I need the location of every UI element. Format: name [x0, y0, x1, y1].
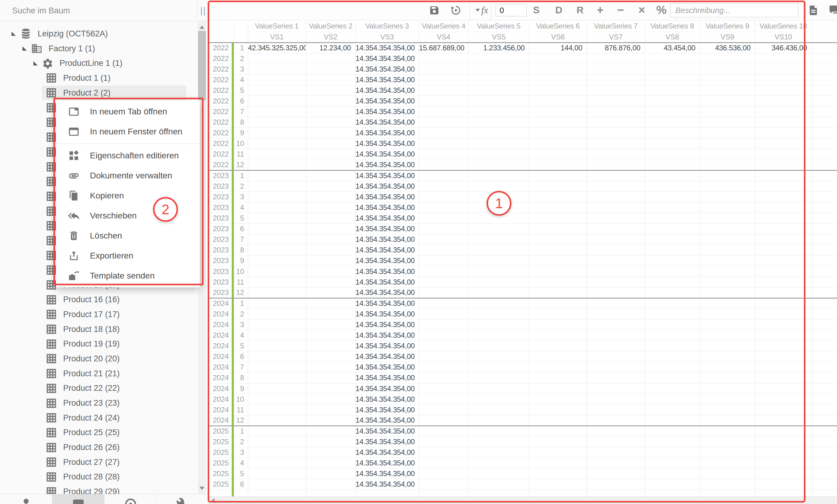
value-cell[interactable]: 14.354.354.354,00 — [355, 256, 419, 266]
tree-item[interactable]: Product 29 (29) — [0, 484, 198, 494]
value-cell[interactable]: 14.354.354.354,00 — [355, 362, 419, 373]
value-cell[interactable] — [248, 138, 306, 149]
value-cell[interactable] — [529, 287, 587, 298]
value-cell[interactable] — [419, 373, 468, 383]
value-cell[interactable] — [306, 96, 355, 106]
value-cell[interactable]: 14.354.354.354,00 — [355, 42, 419, 53]
tree-item[interactable]: Product 28 (28) — [0, 470, 198, 485]
value-cell[interactable] — [306, 394, 355, 405]
value-cell[interactable] — [755, 436, 812, 447]
value-cell[interactable] — [306, 436, 355, 447]
value-cell[interactable] — [645, 117, 700, 128]
value-cell[interactable] — [419, 351, 468, 362]
value-cell[interactable] — [645, 245, 700, 256]
value-cell[interactable] — [419, 341, 468, 351]
value-cell[interactable] — [755, 394, 812, 405]
value-cell[interactable] — [248, 64, 306, 74]
value-cell[interactable] — [419, 447, 468, 458]
value-cell[interactable] — [700, 245, 755, 256]
value-cell[interactable] — [529, 160, 587, 170]
comment-button[interactable] — [828, 0, 837, 20]
minus-button[interactable]: − — [612, 0, 628, 20]
value-cell[interactable] — [248, 277, 306, 287]
value-cell[interactable] — [587, 85, 645, 96]
value-cell[interactable] — [755, 266, 812, 277]
value-cell[interactable] — [755, 74, 812, 85]
value-cell[interactable] — [419, 330, 468, 341]
sidebar-tab-wrench[interactable] — [157, 494, 209, 504]
value-cell[interactable] — [306, 74, 355, 85]
scroll-up-icon[interactable] — [199, 25, 204, 29]
scroll-down-icon[interactable] — [199, 487, 204, 490]
value-cell[interactable] — [529, 383, 587, 394]
value-cell[interactable] — [419, 53, 468, 64]
value-cell[interactable] — [306, 341, 355, 351]
value-cell[interactable] — [529, 309, 587, 319]
value-cell[interactable] — [468, 107, 529, 117]
formula-button[interactable]: fx — [474, 0, 490, 20]
value-cell[interactable]: 14.354.354.354,00 — [355, 74, 419, 85]
scroll-left-icon[interactable] — [211, 498, 215, 503]
value-cell[interactable] — [755, 405, 812, 415]
value-cell[interactable] — [700, 181, 755, 191]
value-cell[interactable] — [700, 373, 755, 383]
expander-triangle-icon[interactable] — [11, 32, 20, 36]
value-cell[interactable] — [645, 234, 700, 245]
value-cell[interactable] — [306, 117, 355, 128]
value-cell[interactable] — [755, 341, 812, 351]
value-cell[interactable] — [529, 373, 587, 383]
value-cell[interactable] — [306, 405, 355, 415]
value-cell[interactable] — [306, 160, 355, 170]
tree-item[interactable]: Product 2 (2) — [0, 86, 198, 100]
value-cell[interactable] — [306, 85, 355, 96]
value-cell[interactable] — [700, 96, 755, 106]
value-cell[interactable]: 14.354.354.354,00 — [355, 277, 419, 287]
value-cell[interactable] — [755, 330, 812, 341]
value-cell[interactable] — [587, 405, 645, 415]
tree-item[interactable]: Product 17 (17) — [0, 307, 198, 322]
value-cell[interactable] — [529, 362, 587, 373]
value-cell[interactable] — [587, 373, 645, 383]
value-cell[interactable] — [248, 458, 306, 468]
value-cell[interactable] — [645, 160, 700, 170]
value-cell[interactable] — [419, 96, 468, 106]
column-header[interactable]: ValueSeries 4 — [419, 21, 468, 32]
value-cell[interactable] — [468, 287, 529, 298]
value-cell[interactable] — [306, 64, 355, 74]
value-cell[interactable] — [248, 149, 306, 160]
value-cell[interactable] — [419, 85, 468, 96]
value-cell[interactable] — [419, 383, 468, 394]
column-header[interactable]: ValueSeries 10 — [755, 21, 812, 32]
value-cell[interactable] — [755, 287, 812, 298]
value-cell[interactable]: 14.354.354.354,00 — [355, 458, 419, 468]
value-cell[interactable]: 144,00 — [529, 42, 587, 53]
value-cell[interactable] — [587, 287, 645, 298]
value-cell[interactable]: 14.354.354.354,00 — [355, 170, 419, 181]
save-button[interactable] — [428, 0, 440, 20]
value-cell[interactable] — [587, 447, 645, 458]
value-cell[interactable] — [306, 224, 355, 234]
value-cell[interactable] — [468, 256, 529, 266]
value-cell[interactable] — [306, 383, 355, 394]
value-cell[interactable] — [419, 298, 468, 309]
value-cell[interactable] — [419, 181, 468, 191]
value-cell[interactable] — [700, 458, 755, 468]
value-cell[interactable] — [587, 213, 645, 224]
value-cell[interactable] — [645, 436, 700, 447]
value-cell[interactable] — [468, 64, 529, 74]
value-cell[interactable] — [587, 309, 645, 319]
value-cell[interactable] — [419, 128, 468, 138]
value-cell[interactable] — [306, 362, 355, 373]
value-cell[interactable]: 14.354.354.354,00 — [355, 447, 419, 458]
value-cell[interactable]: 14.354.354.354,00 — [355, 53, 419, 64]
value-cell[interactable]: 14.354.354.354,00 — [355, 149, 419, 160]
value-cell[interactable] — [755, 362, 812, 373]
value-cell[interactable] — [700, 224, 755, 234]
value-cell[interactable] — [645, 213, 700, 224]
value-cell[interactable] — [587, 277, 645, 287]
value-cell[interactable] — [645, 181, 700, 191]
value-cell[interactable] — [700, 117, 755, 128]
value-cell[interactable] — [248, 383, 306, 394]
value-cell[interactable]: 14.354.354.354,00 — [355, 426, 419, 436]
value-cell[interactable] — [700, 436, 755, 447]
